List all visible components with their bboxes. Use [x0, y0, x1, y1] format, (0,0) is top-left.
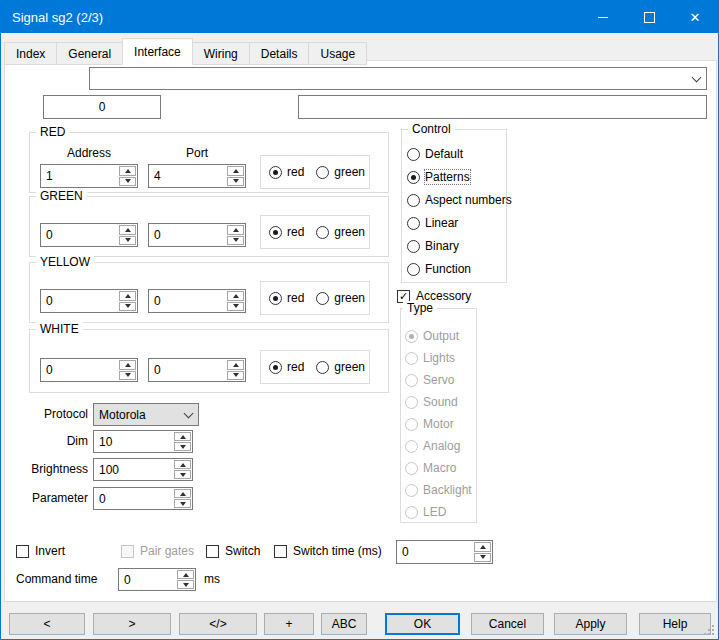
interface-id-combobox[interactable]: [89, 67, 707, 90]
next-button[interactable]: >: [93, 613, 171, 635]
control-radio-function[interactable]: Function: [407, 262, 471, 276]
spin-down-button[interactable]: [174, 499, 191, 508]
spin-down-button[interactable]: [177, 580, 194, 589]
radio-selected-icon: [269, 361, 282, 374]
spin-up-button[interactable]: [474, 542, 491, 552]
switch-time-spinner[interactable]: 0: [396, 540, 493, 564]
button-label: +: [285, 617, 292, 631]
spin-down-button[interactable]: [119, 177, 136, 187]
maximize-button[interactable]: [626, 1, 672, 33]
spin-down-button[interactable]: [174, 442, 191, 451]
radio-selected-icon: [407, 171, 420, 184]
protocol-value: Motorola: [94, 408, 178, 422]
code-button[interactable]: </>: [179, 613, 257, 635]
spin-down-button[interactable]: [119, 302, 136, 312]
invert-checkbox[interactable]: Invert: [16, 544, 65, 558]
spin-down-button[interactable]: [227, 302, 244, 312]
green-gate-radio-frame: red green: [260, 215, 370, 249]
spin-down-button[interactable]: [174, 470, 191, 479]
spin-up-button[interactable]: [119, 360, 136, 370]
radio-icon: [405, 462, 418, 475]
checkbox-label: Switch time (ms): [293, 544, 382, 558]
control-radio-linear[interactable]: Linear: [407, 216, 458, 230]
red-option-radio[interactable]: red: [269, 165, 304, 179]
red-option-radio[interactable]: red: [269, 360, 304, 374]
radio-label: Backlight: [423, 483, 472, 497]
control-radio-aspect-numbers[interactable]: Aspect numbers: [407, 193, 512, 207]
prev-button[interactable]: <: [9, 613, 85, 635]
protocol-combobox[interactable]: Motorola: [93, 403, 199, 426]
control-radio-patterns[interactable]: Patterns: [407, 170, 470, 184]
command-time-spinner[interactable]: 0: [118, 568, 196, 591]
up-arrow-icon: [480, 545, 486, 549]
radio-label: Analog: [423, 439, 460, 453]
radio-label: red: [287, 165, 304, 179]
apply-button[interactable]: Apply: [554, 613, 627, 635]
control-radio-binary[interactable]: Binary: [407, 239, 459, 253]
abc-button[interactable]: ABC: [321, 613, 367, 635]
spin-up-button[interactable]: [227, 225, 244, 235]
control-radio-default[interactable]: Default: [407, 147, 463, 161]
resize-grip[interactable]: [703, 624, 714, 635]
ok-button[interactable]: OK: [385, 613, 460, 635]
switch-checkbox[interactable]: Switch: [206, 544, 260, 558]
spin-up-button[interactable]: [119, 225, 136, 235]
red-port-spinner[interactable]: 4: [148, 164, 246, 188]
bus-input[interactable]: [43, 95, 161, 119]
red-address-spinner[interactable]: 1: [40, 164, 138, 188]
control-group-title: Control: [408, 122, 455, 136]
tab-general[interactable]: General: [56, 42, 123, 65]
tab-index[interactable]: Index: [4, 42, 57, 65]
interface-id-dropdown-button[interactable]: [686, 68, 706, 89]
white-port-spinner[interactable]: 0: [148, 358, 246, 382]
spin-up-button[interactable]: [227, 360, 244, 370]
spin-down-button[interactable]: [227, 371, 244, 381]
help-button[interactable]: Help: [639, 613, 711, 635]
close-button[interactable]: ✕: [672, 1, 718, 33]
spin-down-button[interactable]: [119, 236, 136, 246]
radio-label: Lights: [423, 351, 455, 365]
spin-up-button[interactable]: [174, 489, 191, 498]
tab-details[interactable]: Details: [249, 42, 310, 65]
spin-down-button[interactable]: [227, 236, 244, 246]
close-icon: ✕: [690, 10, 701, 25]
spin-up-button[interactable]: [177, 570, 194, 579]
spin-up-button[interactable]: [174, 432, 191, 441]
tab-interface[interactable]: Interface: [122, 38, 193, 65]
cancel-button[interactable]: Cancel: [471, 613, 544, 635]
spin-up-button[interactable]: [119, 166, 136, 176]
red-option-radio[interactable]: red: [269, 291, 304, 305]
parameter-label: Parameter: [11, 491, 88, 505]
dim-spinner[interactable]: 10: [93, 430, 193, 453]
tab-usage[interactable]: Usage: [308, 42, 367, 65]
yellow-address-spinner[interactable]: 0: [40, 289, 138, 313]
green-option-radio[interactable]: green: [316, 165, 365, 179]
spin-down-button[interactable]: [227, 177, 244, 187]
uid-name-input[interactable]: [298, 95, 707, 119]
green-address-spinner[interactable]: 0: [40, 223, 138, 247]
spin-up-button[interactable]: [227, 166, 244, 176]
spin-down-button[interactable]: [474, 553, 491, 563]
brightness-spinner[interactable]: 100: [93, 458, 193, 481]
red-option-radio[interactable]: red: [269, 225, 304, 239]
tab-wiring[interactable]: Wiring: [192, 42, 250, 65]
spin-up-button[interactable]: [174, 460, 191, 469]
green-port-spinner[interactable]: 0: [148, 223, 246, 247]
spin-up-button[interactable]: [227, 291, 244, 301]
up-arrow-icon: [233, 363, 239, 367]
minimize-button[interactable]: [580, 1, 626, 33]
switch-time-checkbox[interactable]: Switch time (ms): [274, 544, 382, 558]
green-option-radio[interactable]: green: [316, 291, 365, 305]
green-option-radio[interactable]: green: [316, 225, 365, 239]
spinner-buttons: [226, 165, 245, 187]
parameter-spinner[interactable]: 0: [93, 487, 193, 510]
add-button[interactable]: +: [264, 613, 314, 635]
spin-down-button[interactable]: [119, 371, 136, 381]
green-option-radio[interactable]: green: [316, 360, 365, 374]
yellow-port-spinner[interactable]: 0: [148, 289, 246, 313]
protocol-dropdown-button[interactable]: [178, 404, 198, 425]
type-group: Type Output Lights Servo Sound Motor Ana…: [400, 308, 477, 523]
white-address-spinner[interactable]: 0: [40, 358, 138, 382]
protocol-label: Protocol: [11, 407, 88, 421]
spin-up-button[interactable]: [119, 291, 136, 301]
